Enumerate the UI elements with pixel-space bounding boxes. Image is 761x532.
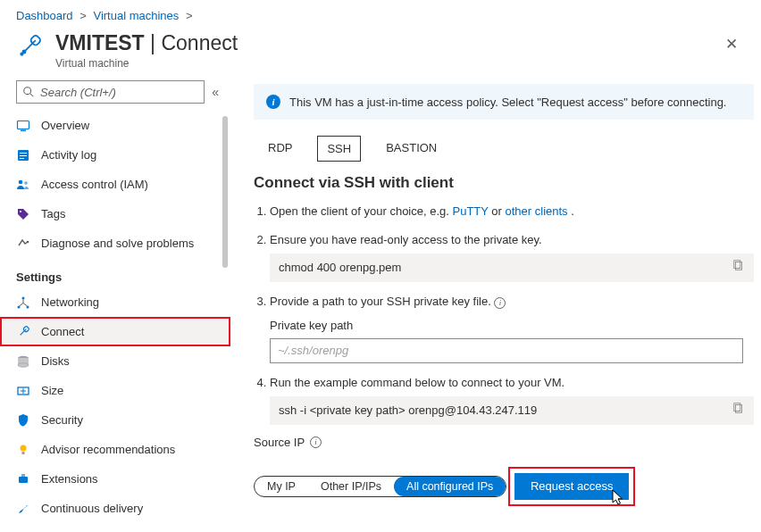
svg-rect-5 (18, 121, 29, 129)
sidebar-item-label: Advisor recommendations (41, 443, 175, 456)
step-3: Provide a path to your SSH private key f… (270, 293, 754, 363)
close-icon[interactable]: ✕ (718, 31, 745, 57)
link-putty[interactable]: PuTTY (453, 204, 489, 218)
step-4: Run the example command below to connect… (270, 374, 754, 425)
request-access-highlight: Request access (510, 469, 634, 504)
step-2: Ensure you have read-only access to the … (270, 231, 754, 282)
help-icon[interactable]: i (310, 436, 322, 448)
svg-point-26 (25, 505, 27, 507)
resource-type-label: Virtual machine (55, 57, 238, 70)
svg-rect-8 (20, 153, 27, 154)
tab-ssh[interactable]: SSH (317, 136, 361, 162)
code-chmod: chmod 400 orenpg.pem (270, 254, 754, 282)
svg-point-22 (21, 445, 27, 451)
svg-point-2 (21, 53, 22, 54)
sidebar-item-networking[interactable]: Networking (0, 287, 230, 317)
svg-line-4 (30, 94, 34, 97)
section-heading: Connect via SSH with client (254, 174, 754, 192)
search-input[interactable]: Search (Ctrl+/) (16, 80, 205, 104)
page-title: VMITEST | Connect (55, 31, 238, 55)
info-banner-text: This VM has a just-in-time access policy… (289, 96, 726, 109)
sidebar: Search (Ctrl+/) « Overview Activity log … (0, 80, 230, 532)
shield-icon (16, 413, 30, 428)
sidebar-item-label: Continuous delivery (41, 502, 143, 515)
private-key-path-label: Private key path (270, 317, 754, 335)
sidebar-item-advisor[interactable]: Advisor recommendations (0, 435, 230, 464)
size-icon (16, 384, 30, 398)
svg-point-17 (22, 296, 25, 299)
sidebar-item-diagnose[interactable]: Diagnose and solve problems (0, 229, 230, 258)
pill-my-ip[interactable]: My IP (255, 477, 308, 496)
sidebar-item-extensions[interactable]: Extensions (0, 464, 230, 494)
sidebar-item-label: Security (41, 413, 83, 427)
search-icon (22, 86, 35, 98)
copy-icon[interactable] (732, 259, 745, 277)
svg-rect-10 (20, 158, 24, 159)
chevron-right-icon: > (182, 9, 197, 22)
collapse-sidebar-icon[interactable]: « (212, 85, 219, 99)
sidebar-item-disks[interactable]: Disks (0, 346, 230, 376)
svg-rect-25 (21, 474, 25, 477)
connect-tabs: RDP SSH BASTION (259, 136, 754, 162)
source-ip-toggle: My IP Other IP/IPs All configured IPs (254, 476, 506, 497)
page-header: VMITEST | Connect Virtual machine ✕ (0, 26, 761, 80)
sidebar-item-overview[interactable]: Overview (0, 111, 230, 140)
sidebar-item-activity-log[interactable]: Activity log (0, 140, 230, 170)
tag-icon (16, 207, 30, 221)
sidebar-item-connect[interactable]: Connect (0, 317, 230, 346)
diagnose-icon (16, 237, 30, 251)
svg-rect-6 (21, 129, 26, 131)
advisor-icon (16, 443, 30, 457)
private-key-path-input[interactable] (270, 338, 743, 363)
sidebar-section-settings: Settings (0, 258, 230, 287)
people-icon (16, 178, 30, 192)
step-1: Open the client of your choice, e.g. PuT… (270, 203, 754, 220)
code-ssh: ssh -i <private key path> orenpg@104.43.… (270, 396, 754, 425)
overview-icon (16, 119, 30, 133)
sidebar-item-label: Activity log (41, 148, 96, 162)
svg-rect-24 (19, 477, 28, 483)
svg-point-13 (20, 211, 21, 212)
link-other-clients[interactable]: other clients (506, 204, 568, 218)
breadcrumb-link-vms[interactable]: Virtual machines (93, 9, 179, 22)
tab-rdp[interactable]: RDP (259, 136, 301, 162)
svg-point-14 (27, 240, 29, 243)
rocket-icon (16, 502, 30, 516)
scrollbar-thumb[interactable] (222, 116, 228, 268)
help-icon[interactable]: i (494, 297, 506, 309)
request-access-button[interactable]: Request access (514, 473, 630, 500)
connect-icon (16, 325, 30, 339)
sidebar-item-cd[interactable]: Continuous delivery (0, 494, 230, 523)
connect-icon (16, 31, 45, 60)
info-icon: i (266, 95, 280, 109)
pill-other-ip[interactable]: Other IP/IPs (308, 477, 394, 496)
sidebar-item-label: Overview (41, 119, 89, 132)
svg-point-11 (19, 179, 23, 184)
svg-rect-23 (22, 452, 25, 454)
sidebar-item-security[interactable]: Security (0, 405, 230, 435)
source-ip-label: Source IP i (254, 436, 754, 449)
breadcrumb: Dashboard > Virtual machines > (0, 0, 761, 26)
info-banner: i This VM has a just-in-time access poli… (254, 84, 754, 120)
sidebar-item-iam[interactable]: Access control (IAM) (0, 170, 230, 199)
sidebar-item-tags[interactable]: Tags (0, 199, 230, 229)
main-content: i This VM has a just-in-time access poli… (230, 80, 761, 532)
sidebar-item-label: Connect (41, 325, 84, 338)
sidebar-item-label: Diagnose and solve problems (41, 237, 194, 250)
copy-icon[interactable] (732, 402, 745, 420)
activity-log-icon (16, 148, 30, 162)
sidebar-item-size[interactable]: Size (0, 376, 230, 405)
chevron-right-icon: > (76, 9, 90, 22)
svg-point-3 (24, 87, 31, 95)
sidebar-item-label: Size (41, 384, 63, 397)
extension-icon (16, 472, 30, 486)
disks-icon (16, 354, 30, 369)
svg-point-1 (22, 50, 25, 53)
breadcrumb-link-dashboard[interactable]: Dashboard (16, 9, 73, 22)
sidebar-item-label: Disks (41, 354, 70, 368)
tab-bastion[interactable]: BASTION (377, 136, 446, 162)
sidebar-item-label: Tags (41, 207, 65, 220)
sidebar-item-label: Extensions (41, 472, 98, 486)
pill-all-configured[interactable]: All configured IPs (394, 477, 506, 496)
svg-point-12 (24, 181, 28, 185)
